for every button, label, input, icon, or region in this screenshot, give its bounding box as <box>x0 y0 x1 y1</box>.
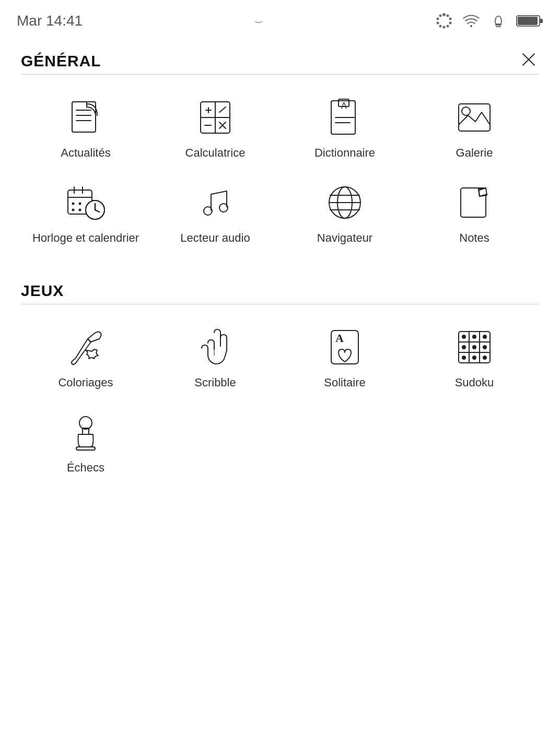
svg-text:A: A <box>335 332 344 345</box>
general-grid: Actualités <box>21 91 539 251</box>
solitaire-label: Solitaire <box>324 375 365 391</box>
svg-point-39 <box>72 208 75 211</box>
galerie-label: Galerie <box>456 146 493 161</box>
status-center: ⌣ <box>254 13 263 30</box>
coloriages-icon <box>65 326 107 368</box>
svg-point-68 <box>472 335 476 339</box>
section-title-general: GÉNÉRAL <box>21 42 539 70</box>
main-content: GÉNÉRAL Actualités <box>0 42 560 480</box>
svg-point-69 <box>462 345 466 349</box>
loading-icon <box>435 11 453 30</box>
app-lecteur-audio[interactable]: Lecteur audio <box>150 176 280 251</box>
scribble-icon <box>194 326 236 368</box>
wifi-icon <box>462 11 481 30</box>
notes-label: Notes <box>459 231 489 246</box>
svg-point-3 <box>449 22 451 24</box>
svg-line-22 <box>219 107 226 112</box>
app-scribble[interactable]: Scribble <box>150 321 280 396</box>
app-galerie[interactable]: Galerie <box>410 91 539 166</box>
svg-point-1 <box>447 15 448 17</box>
svg-point-8 <box>437 18 438 20</box>
dictionnaire-label: Dictionnaire <box>314 146 375 161</box>
app-solitaire[interactable]: A Solitaire <box>280 321 410 396</box>
svg-point-45 <box>204 207 212 215</box>
svg-point-10 <box>470 25 472 27</box>
app-coloriages[interactable]: Coloriages <box>21 321 150 396</box>
navigateur-icon <box>324 182 366 223</box>
galerie-icon <box>453 97 495 138</box>
svg-point-70 <box>483 345 487 349</box>
svg-point-6 <box>439 26 441 27</box>
svg-text:A: A <box>341 101 347 110</box>
svg-rect-13 <box>518 17 538 25</box>
svg-point-4 <box>447 26 448 27</box>
section-divider-general <box>21 74 539 75</box>
horloge-label: Horloge et calendrier <box>32 231 139 246</box>
svg-point-37 <box>72 202 75 205</box>
light-icon <box>489 11 508 30</box>
svg-point-72 <box>79 417 92 429</box>
close-button[interactable] <box>516 47 541 72</box>
navigateur-label: Navigateur <box>317 231 372 246</box>
calculatrice-label: Calculatrice <box>185 146 246 161</box>
svg-point-38 <box>79 202 81 205</box>
calculatrice-icon <box>194 97 236 138</box>
svg-rect-16 <box>72 102 96 132</box>
actualites-icon <box>65 97 107 138</box>
scribble-label: Scribble <box>194 375 236 391</box>
svg-point-5 <box>443 27 445 28</box>
svg-point-40 <box>79 208 81 211</box>
app-calculatrice[interactable]: Calculatrice <box>150 91 280 166</box>
svg-point-7 <box>437 22 438 24</box>
jeux-grid: Coloriages Scribble <box>21 321 539 480</box>
svg-point-2 <box>449 18 451 20</box>
svg-point-65 <box>472 345 476 349</box>
notes-icon <box>453 182 495 223</box>
echecs-icon <box>65 411 107 453</box>
status-bar: Mar 14:41 ⌣ <box>0 0 560 42</box>
status-icons <box>435 11 543 30</box>
svg-point-0 <box>443 14 445 16</box>
svg-point-71 <box>472 356 476 360</box>
battery-icon <box>516 14 543 28</box>
app-notes[interactable]: Notes <box>410 176 539 251</box>
app-sudoku[interactable]: Sudoku <box>410 321 539 396</box>
lecteur-audio-icon <box>194 182 236 223</box>
app-horloge[interactable]: Horloge et calendrier <box>21 176 150 251</box>
section-title-jeux: JEUX <box>21 271 539 300</box>
svg-point-32 <box>462 107 470 115</box>
solitaire-icon: A <box>324 326 366 368</box>
svg-rect-12 <box>540 19 543 23</box>
echecs-label: Échecs <box>67 460 104 476</box>
section-divider-jeux <box>21 304 539 304</box>
dictionnaire-icon: A <box>324 97 366 138</box>
sudoku-icon <box>453 326 495 368</box>
status-time: Mar 14:41 <box>17 13 83 29</box>
svg-point-66 <box>462 356 466 360</box>
svg-point-63 <box>462 335 466 339</box>
app-dictionnaire[interactable]: A Dictionnaire <box>280 91 410 166</box>
actualites-label: Actualités <box>61 146 110 161</box>
lecteur-audio-label: Lecteur audio <box>180 231 250 246</box>
svg-point-67 <box>483 356 487 360</box>
app-actualites[interactable]: Actualités <box>21 91 150 166</box>
horloge-icon <box>65 182 107 223</box>
app-echecs[interactable]: Échecs <box>21 406 150 481</box>
svg-rect-74 <box>76 447 95 450</box>
coloriages-label: Coloriages <box>58 375 113 391</box>
app-navigateur[interactable]: Navigateur <box>280 176 410 251</box>
sudoku-label: Sudoku <box>455 375 494 391</box>
svg-point-9 <box>439 15 441 17</box>
svg-point-64 <box>483 335 487 339</box>
svg-point-46 <box>219 204 228 212</box>
